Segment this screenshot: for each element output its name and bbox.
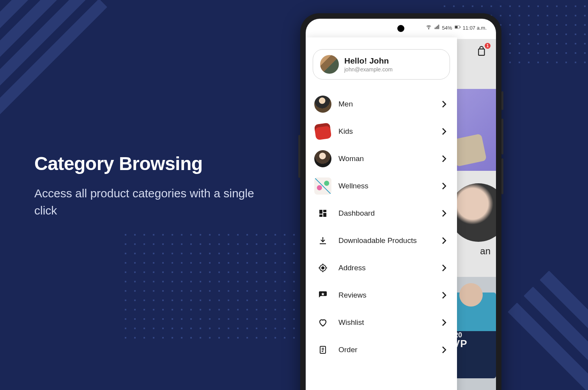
svg-rect-8 <box>319 214 322 217</box>
wifi-icon <box>426 24 432 31</box>
location-icon <box>314 259 331 277</box>
chevron-right-icon <box>440 154 448 163</box>
chevron-right-icon <box>440 291 448 300</box>
avatar <box>320 55 339 74</box>
chevron-right-icon <box>440 318 448 327</box>
battery-icon <box>455 24 460 31</box>
dashboard-icon <box>314 205 331 222</box>
menu-label: Order <box>338 346 433 354</box>
user-email: john@example.com <box>344 66 393 73</box>
svg-rect-6 <box>323 210 326 212</box>
cart-badge: 1 <box>485 43 491 49</box>
nav-drawer: Hello! John john@example.com Men Kids <box>306 37 457 390</box>
category-woman[interactable]: Woman <box>310 145 453 172</box>
promo-heading: Category Browsing <box>34 153 203 174</box>
chevron-right-icon <box>440 127 448 136</box>
nav-reviews[interactable]: Reviews <box>310 282 453 309</box>
signal-icon <box>434 24 440 31</box>
kids-thumb-icon <box>314 123 331 140</box>
menu-label: Wellness <box>338 182 433 190</box>
phone-frame: 54% 11:07 a.m. an R0 VP <box>300 13 501 390</box>
reviews-icon <box>314 287 331 304</box>
wellness-thumb-icon <box>314 177 331 195</box>
svg-rect-3 <box>460 27 460 28</box>
chevron-right-icon <box>440 182 448 190</box>
category-men[interactable]: Men <box>310 90 453 118</box>
svg-rect-2 <box>455 26 457 28</box>
menu-label: Wishlist <box>338 318 433 327</box>
nav-dashboard[interactable]: Dashboard <box>310 200 453 227</box>
menu-label: Kids <box>338 127 433 136</box>
menu-label: Men <box>338 100 433 108</box>
nav-address[interactable]: Address <box>310 254 453 282</box>
svg-rect-5 <box>319 210 322 214</box>
woman-thumb-icon <box>314 150 331 167</box>
clock-time: 11:07 a.m. <box>463 25 487 31</box>
category-wellness[interactable]: Wellness <box>310 172 453 200</box>
nav-downloads[interactable]: Downloadable Products <box>310 227 453 254</box>
nav-wishlist[interactable]: Wishlist <box>310 309 453 336</box>
chevron-right-icon <box>440 236 448 245</box>
svg-point-9 <box>322 267 324 269</box>
cart-button[interactable]: 1 <box>476 44 489 58</box>
svg-rect-7 <box>323 213 326 217</box>
svg-rect-4 <box>478 49 484 55</box>
menu-label: Downloadable Products <box>338 236 433 245</box>
user-card[interactable]: Hello! John john@example.com <box>313 49 450 80</box>
battery-percent: 54% <box>442 25 452 31</box>
menu-label: Woman <box>338 154 433 163</box>
svg-point-0 <box>428 28 429 29</box>
camera-hole <box>397 25 404 32</box>
download-icon <box>314 232 331 249</box>
chevron-right-icon <box>440 264 448 272</box>
status-bar: 54% 11:07 a.m. <box>426 24 487 31</box>
user-greeting: Hello! John <box>344 56 393 66</box>
heart-icon <box>314 314 331 331</box>
order-icon <box>314 341 331 358</box>
chevron-right-icon <box>440 209 448 218</box>
men-thumb-icon <box>314 96 331 113</box>
promo-subheading: Access all product categories with a sin… <box>34 185 260 219</box>
category-label: an <box>480 246 491 257</box>
chevron-right-icon <box>440 100 448 108</box>
menu-label: Address <box>338 264 433 272</box>
category-kids[interactable]: Kids <box>310 118 453 145</box>
nav-order[interactable]: Order <box>310 336 453 363</box>
decorative-stripes <box>0 0 143 159</box>
phone-screen: 54% 11:07 a.m. an R0 VP <box>306 19 496 390</box>
chevron-right-icon <box>440 346 448 354</box>
menu-label: Reviews <box>338 291 433 300</box>
menu-label: Dashboard <box>338 209 433 218</box>
